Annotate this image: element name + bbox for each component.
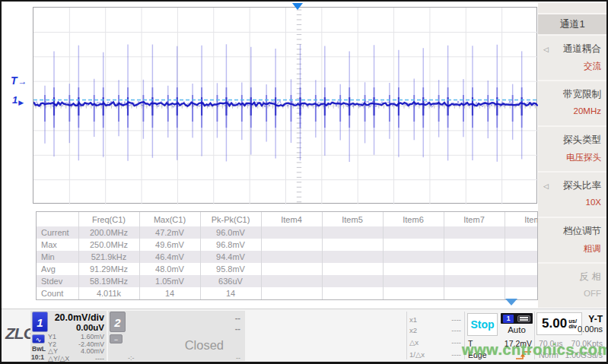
channel1-scale: 20.0mV/div bbox=[55, 312, 104, 323]
table-cell: 14 bbox=[200, 287, 261, 299]
trigger-type: Edge bbox=[468, 350, 487, 360]
table-cell bbox=[383, 251, 444, 263]
sidebar-item-bandwidth[interactable]: 带宽限制20MHz bbox=[538, 81, 606, 125]
table-cell bbox=[261, 239, 322, 251]
table-row: Stdev58.19MHz1.05mV636uV bbox=[37, 275, 538, 287]
table-cell: 46.4mV bbox=[139, 251, 200, 263]
table-scroll-down-icon[interactable] bbox=[505, 299, 517, 305]
table-cell bbox=[261, 275, 322, 287]
row-label: Min bbox=[37, 251, 78, 263]
table-cell: 636uV bbox=[200, 275, 261, 287]
sidebar-item-probe-ratio[interactable]: ◁探头比率10X bbox=[538, 173, 606, 217]
separator bbox=[406, 312, 407, 359]
ch2-coupling-icon: − bbox=[110, 334, 123, 343]
menu-item-value: 粗调 bbox=[584, 243, 601, 255]
display-mode: Y-T bbox=[588, 314, 603, 324]
channel2-extra: -- bbox=[236, 354, 240, 362]
trigger-coupling-icon bbox=[517, 315, 530, 322]
table-cell: 96.8mV bbox=[200, 239, 261, 251]
table-cell bbox=[505, 239, 538, 251]
sidebar-item-invert: 反 相OFF bbox=[538, 264, 606, 308]
table-cell: 49.6mV bbox=[139, 239, 200, 251]
row-label: Max bbox=[37, 239, 78, 251]
table-cell bbox=[505, 226, 538, 239]
table-cell: 47.2mV bbox=[139, 226, 200, 239]
timebase-scale-button[interactable]: 5.00 us/div bbox=[536, 312, 582, 335]
waveform-svg bbox=[33, 8, 538, 204]
table-cell bbox=[444, 275, 505, 287]
table-cell: 96.0mV bbox=[200, 226, 261, 239]
table-row: Min521.9kHz46.4mV94.4mV bbox=[37, 251, 538, 263]
menu-item-label: 反 相 bbox=[580, 271, 601, 283]
cursor-row: 1/△x---- bbox=[409, 350, 461, 359]
channel1-status-block[interactable]: 1 20.0mV/div 0.00uV ∿ BwL 10:1 Y11.60mVY… bbox=[30, 311, 107, 361]
table-cell bbox=[322, 263, 383, 275]
table-header: Item7 bbox=[444, 212, 505, 226]
memory-depth: 70.0Kpts bbox=[571, 339, 603, 348]
sidebar-item-probe-type[interactable]: 探头类型电压探头 bbox=[538, 127, 606, 171]
table-cell: 91.29MHz bbox=[78, 263, 139, 275]
channel1-position-marker[interactable]: 1▶ bbox=[12, 94, 24, 106]
channel-menu-panel: 通道1 ◁通道耦合交流带宽限制20MHz探头类型电压探头◁探头比率10X档位调节… bbox=[538, 3, 606, 308]
run-state-button[interactable]: Stop bbox=[467, 313, 498, 336]
submenu-arrow-icon: ◁ bbox=[543, 46, 549, 53]
table-cell bbox=[505, 287, 538, 299]
table-cell bbox=[383, 263, 444, 275]
sidebar-item-coupling[interactable]: ◁通道耦合交流 bbox=[538, 36, 606, 80]
table-cell bbox=[383, 275, 444, 287]
channel2-badge[interactable]: 2 bbox=[110, 312, 126, 332]
menu-item-value: 电压探头 bbox=[566, 152, 601, 163]
channel2-offset: -- bbox=[235, 324, 240, 333]
channel1-badge[interactable]: 1 bbox=[32, 312, 48, 332]
time-window: 70.0us bbox=[539, 339, 563, 348]
trigger-level-label: T bbox=[468, 339, 473, 348]
channel1-offset: 0.00uV bbox=[76, 323, 104, 332]
channel2-state: Closed bbox=[185, 338, 224, 353]
table-cell bbox=[444, 287, 505, 299]
table-cell bbox=[322, 251, 383, 263]
table-header: Item4 bbox=[261, 212, 322, 226]
y-cursor-readouts: Y11.60mVY2-2.40mV△Y4.00mV△Y/△X---- bbox=[48, 334, 104, 362]
table-cell bbox=[261, 251, 322, 263]
ac-coupling-icon: ∿ bbox=[32, 334, 45, 343]
cursor-row: x2---- bbox=[409, 326, 461, 334]
table-row: Avg91.29MHz48.0mV95.8mV bbox=[37, 263, 538, 275]
table-cell: 200.0MHz bbox=[78, 226, 139, 239]
measurement-table[interactable]: Freq(C1)Max(C1)Pk-Pk(C1)Item4Item5Item6I… bbox=[36, 211, 538, 300]
table-row: Current200.0MHz47.2mV96.0mV bbox=[37, 226, 538, 239]
waveform-display bbox=[33, 7, 537, 204]
trigger-level-marker[interactable]: T→ bbox=[11, 74, 27, 87]
table-cell bbox=[322, 275, 383, 287]
table-cell bbox=[322, 239, 383, 251]
table-header: Pk-Pk(C1) bbox=[200, 212, 261, 226]
trigger-level-value: 17.2mV bbox=[505, 339, 532, 348]
table-cell: 521.9kHz bbox=[78, 251, 139, 263]
menu-top-strip bbox=[538, 3, 606, 13]
table-cell bbox=[444, 251, 505, 263]
table-cell: 48.0mV bbox=[139, 263, 200, 275]
table-header: Max(C1) bbox=[139, 212, 200, 226]
cursor-row: △Y/△X---- bbox=[48, 356, 104, 363]
trigger-position-marker[interactable] bbox=[292, 3, 303, 10]
right-arrow-icon: ▶ bbox=[18, 99, 24, 106]
menu-item-value: 交流 bbox=[584, 61, 601, 72]
table-cell: 94.4mV bbox=[200, 251, 261, 263]
table-row: Count4.011k1414 bbox=[37, 287, 538, 299]
table-cell bbox=[505, 251, 538, 263]
trigger-mode[interactable]: Auto bbox=[501, 324, 533, 336]
table-cell bbox=[444, 226, 505, 239]
menu-item-label: 带宽限制 bbox=[563, 88, 601, 101]
trigger-source-strip[interactable]: 1 bbox=[501, 313, 533, 324]
channel2-status-block[interactable]: 2 -- -- − Closed -:- -- bbox=[108, 311, 245, 361]
table-cell bbox=[261, 226, 322, 239]
sample-rate: 1.00GSa/s bbox=[565, 350, 603, 359]
menu-item-label: 探头类型 bbox=[563, 134, 601, 147]
separator bbox=[464, 312, 465, 359]
separator bbox=[534, 312, 535, 359]
table-cell: 14 bbox=[139, 287, 200, 299]
acquire-mode: Norm bbox=[539, 350, 559, 359]
table-cell: 4.011k bbox=[78, 287, 139, 299]
table-cell bbox=[444, 239, 505, 251]
sidebar-item-gear-adjust[interactable]: 档位调节粗调 bbox=[538, 218, 606, 262]
table-header: Freq(C1) bbox=[78, 212, 139, 226]
